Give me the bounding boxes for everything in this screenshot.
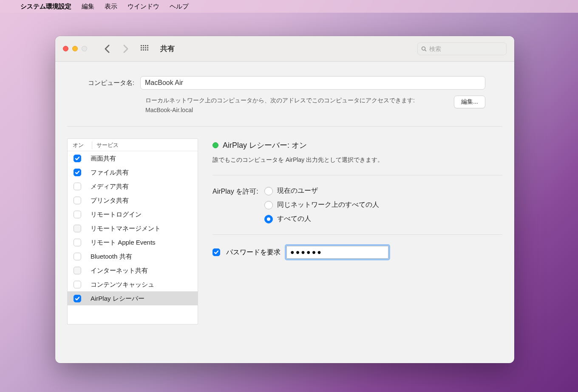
address-row: ローカルネットワーク上のコンピュータから、次のアドレスでこのコンピュータにアクセ… (145, 96, 502, 115)
service-row[interactable]: プリンタ共有 (68, 193, 198, 207)
menubar: システム環境設定 編集 表示 ウインドウ ヘルプ (0, 0, 578, 13)
services-header: オン サービス (68, 139, 198, 151)
menu-edit[interactable]: 編集 (82, 3, 94, 11)
service-checkbox[interactable] (74, 239, 81, 246)
service-checkbox[interactable] (74, 211, 81, 218)
svg-rect-5 (143, 47, 144, 48)
radio-button[interactable] (264, 187, 273, 195)
show-all-button[interactable] (138, 42, 151, 55)
service-row[interactable]: メディア共有 (68, 179, 198, 193)
service-row[interactable]: リモートマネージメント (68, 221, 198, 235)
status-title: AirPlay レシーバー: オン (223, 140, 307, 150)
window-controls (63, 46, 87, 51)
svg-rect-10 (145, 49, 146, 51)
service-checkbox[interactable] (74, 197, 81, 204)
require-password-label: パスワードを要求 (226, 248, 280, 257)
svg-rect-2 (145, 45, 146, 46)
divider (67, 126, 502, 127)
edit-hostname-button[interactable]: 編集... (454, 96, 485, 108)
svg-rect-11 (147, 49, 148, 51)
service-row[interactable]: AirPlay レシーバー (68, 291, 198, 305)
computer-name-input[interactable] (140, 76, 485, 90)
service-label: リモートログイン (91, 210, 142, 219)
service-checkbox (74, 225, 81, 232)
services-rows: 画面共有ファイル共有メディア共有プリンタ共有リモートログインリモートマネージメン… (68, 151, 198, 305)
service-row[interactable]: リモートログイン (68, 207, 198, 221)
service-checkbox[interactable] (74, 169, 81, 176)
service-row[interactable]: ファイル共有 (68, 165, 198, 179)
radio-button[interactable] (264, 215, 273, 223)
computer-name-row: コンピュータ名: (82, 76, 502, 90)
svg-point-12 (422, 47, 425, 50)
service-label: リモート Apple Events (91, 238, 156, 247)
service-checkbox[interactable] (74, 183, 81, 190)
search-field[interactable] (417, 42, 507, 55)
service-label: メディア共有 (91, 182, 129, 191)
address-text: ローカルネットワーク上のコンピュータから、次のアドレスでこのコンピュータにアクセ… (145, 96, 426, 115)
services-list: オン サービス 画面共有ファイル共有メディア共有プリンタ共有リモートログインリモ… (67, 138, 198, 324)
system-preferences-window: 共有 コンピュータ名: ローカルネットワーク上のコンピュータから、次のアドレスで… (55, 36, 514, 363)
allow-radio-group: 現在のユーザ同じネットワーク上のすべての人すべての人 (264, 186, 379, 223)
computer-name-label: コンピュータ名: (82, 79, 134, 87)
search-icon (421, 46, 427, 52)
service-label: AirPlay レシーバー (91, 294, 144, 303)
service-row[interactable]: Bluetooth 共有 (68, 249, 198, 263)
svg-line-13 (425, 50, 426, 51)
allow-label: AirPlay を許可: (212, 186, 258, 223)
service-label: リモートマネージメント (91, 224, 161, 233)
header-service: サービス (92, 141, 119, 149)
service-label: インターネット共有 (91, 266, 148, 275)
allow-radio-option[interactable]: すべての人 (264, 214, 379, 223)
toolbar: 共有 (55, 36, 514, 62)
zoom-button (82, 46, 87, 51)
back-button[interactable] (101, 42, 113, 55)
detail-divider-2 (212, 234, 502, 235)
content: コンピュータ名: ローカルネットワーク上のコンピュータから、次のアドレスでこのコ… (55, 62, 514, 335)
service-row[interactable]: インターネット共有 (68, 263, 198, 277)
svg-rect-9 (143, 49, 144, 51)
search-input[interactable] (429, 45, 503, 52)
radio-label: すべての人 (277, 214, 311, 223)
forward-button (119, 42, 132, 55)
password-row: パスワードを要求 (212, 246, 502, 259)
svg-rect-4 (141, 47, 142, 48)
check-icon (75, 296, 80, 301)
password-input[interactable] (286, 246, 388, 259)
service-checkbox[interactable] (74, 155, 81, 162)
service-label: ファイル共有 (91, 168, 129, 177)
radio-label: 同じネットワーク上のすべての人 (277, 200, 379, 209)
menu-help[interactable]: ヘルプ (170, 3, 189, 11)
service-row[interactable]: コンテンツキャッシュ (68, 277, 198, 291)
menu-app-name[interactable]: システム環境設定 (20, 3, 71, 11)
service-label: プリンタ共有 (91, 196, 129, 205)
require-password-checkbox[interactable] (212, 248, 220, 256)
service-row[interactable]: リモート Apple Events (68, 235, 198, 249)
check-icon (75, 170, 80, 175)
close-button[interactable] (63, 46, 68, 51)
service-label: Bluetooth 共有 (91, 252, 132, 261)
svg-rect-1 (143, 45, 144, 46)
columns: オン サービス 画面共有ファイル共有メディア共有プリンタ共有リモートログインリモ… (67, 138, 502, 324)
menu-view[interactable]: 表示 (105, 3, 117, 11)
grid-icon (140, 45, 149, 53)
radio-button[interactable] (264, 201, 273, 209)
menu-window[interactable]: ウインドウ (128, 3, 159, 11)
service-label: 画面共有 (91, 154, 116, 163)
svg-rect-3 (147, 45, 148, 46)
minimize-button[interactable] (72, 46, 78, 51)
status-row: AirPlay レシーバー: オン (212, 140, 502, 150)
window-title: 共有 (160, 44, 175, 54)
detail-pane: AirPlay レシーバー: オン 誰でもこのコンピュータを AirPlay 出… (212, 138, 502, 324)
service-row[interactable]: 画面共有 (68, 151, 198, 165)
chevron-left-icon (104, 44, 110, 54)
service-checkbox[interactable] (74, 295, 81, 302)
detail-divider-1 (212, 175, 502, 175)
service-checkbox[interactable] (74, 253, 81, 260)
status-dot-icon (212, 142, 218, 148)
service-checkbox[interactable] (74, 281, 81, 288)
allow-radio-option[interactable]: 現在のユーザ (264, 186, 379, 195)
check-icon (214, 250, 219, 255)
check-icon (75, 156, 80, 161)
allow-radio-option[interactable]: 同じネットワーク上のすべての人 (264, 200, 379, 209)
status-description: 誰でもこのコンピュータを AirPlay 出力先として選択できます。 (212, 156, 502, 164)
